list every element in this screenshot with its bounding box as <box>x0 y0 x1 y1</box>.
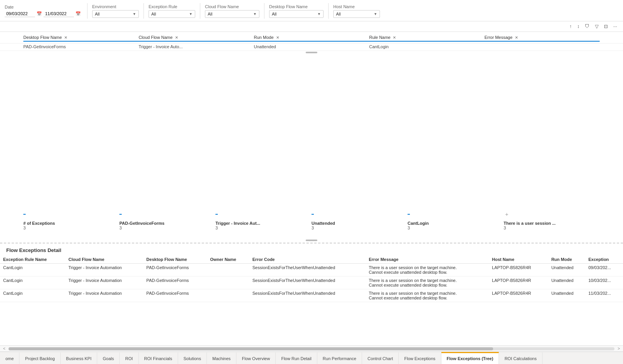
tab-roi-financials-label: ROI Financials <box>144 356 172 361</box>
td-run-mode-0: Unattended <box>548 264 585 276</box>
bar-col-1: PAD-GetInvoiceForms 3 <box>119 210 215 230</box>
desktop-flow-select[interactable]: All ▼ <box>269 10 324 18</box>
table-row: CantLogin Trigger - Invoice Automation P… <box>0 276 623 289</box>
col-header-rule-name-label: Rule Name <box>369 35 390 40</box>
col-subvalues: PAD-GetInvoiceForms Trigger - Invoice Au… <box>0 44 623 51</box>
scroll-right-arrow[interactable]: > <box>618 346 620 351</box>
col-header-error-message-close[interactable]: ✕ <box>515 35 518 40</box>
filter-divider-3 <box>200 3 200 19</box>
date-filter-col: Date 📅 📅 <box>5 5 82 17</box>
top-scroll-handle <box>0 51 623 54</box>
cloud-flow-select[interactable]: All ▼ <box>205 10 259 18</box>
td-owner-1 <box>207 276 249 289</box>
calendar-end-icon[interactable]: 📅 <box>75 11 81 16</box>
scrollbar-track[interactable] <box>9 347 614 350</box>
bar-count-cloud-flow: 3 <box>215 226 218 230</box>
td-error-code-0: SessionExistsForTheUserWhenUnattended <box>249 264 366 276</box>
top-scroll-bar[interactable] <box>306 52 317 53</box>
tab-flow-run-detail-label: Flow Run Detail <box>281 356 312 361</box>
tab-project-backlog[interactable]: Project Backlog <box>19 352 60 364</box>
table-row: CantLogin Trigger - Invoice Automation P… <box>0 264 623 276</box>
td-error-message-0: There is a user session on the target ma… <box>366 264 489 276</box>
date-input-row: 📅 📅 <box>5 10 82 17</box>
sort-desc-icon[interactable]: ↕ <box>576 23 581 30</box>
bar-chart-area: # of Exceptions 3 PAD-GetInvoiceForms 3 <box>0 54 623 238</box>
filter-icon[interactable]: ▽ <box>594 23 600 30</box>
detail-header-row: Exception Rule Name Cloud Flow Name Desk… <box>0 256 623 264</box>
filter-divider-2 <box>144 3 144 19</box>
td-exception-0: 09/03/202... <box>585 264 623 276</box>
tab-roi-calculations[interactable]: ROI Calculations <box>499 352 542 364</box>
desktop-flow-filter-col: Desktop Flow Name All ▼ <box>269 4 324 18</box>
detail-section: Flow Exceptions Detail Exception Rule Na… <box>0 243 623 352</box>
tab-flow-run-detail[interactable]: Flow Run Detail <box>276 352 317 364</box>
tab-flow-exceptions[interactable]: Flow Exceptions <box>399 352 441 364</box>
tab-roi[interactable]: ROI <box>120 352 139 364</box>
col-header-cloud-flow-close[interactable]: ✕ <box>175 35 178 40</box>
td-exception-2: 11/03/202... <box>585 289 623 302</box>
tab-flow-exceptions-tree[interactable]: Flow Exceptions (Tree) <box>441 352 499 364</box>
th-exception-rule: Exception Rule Name <box>0 256 65 264</box>
col-header-run-mode-close[interactable]: ✕ <box>276 35 279 40</box>
tab-flow-overview-label: Flow Overview <box>242 356 270 361</box>
host-name-select[interactable]: All ▼ <box>333 10 380 18</box>
td-desktop-flow-1: PAD-GetInvoiceForms <box>143 276 207 289</box>
col-subvalue-rule-name-text: CantLogin <box>369 44 388 49</box>
filter-divider-1 <box>87 3 88 19</box>
td-cloud-flow-1: Trigger - Invoice Automation <box>65 276 143 289</box>
tab-home[interactable]: ome <box>0 352 19 364</box>
col-subvalue-rule-name: CantLogin <box>369 44 484 50</box>
col-header-error-message-label: Error Message <box>485 35 513 40</box>
detail-table-wrapper[interactable]: Exception Rule Name Cloud Flow Name Desk… <box>0 256 623 345</box>
more-icon[interactable]: ··· <box>612 23 618 30</box>
tab-business-kpi[interactable]: Business KPI <box>61 352 97 364</box>
td-exception-rule-2: CantLogin <box>0 289 65 302</box>
scrollbar-thumb[interactable] <box>9 347 494 350</box>
exception-rule-select[interactable]: All ▼ <box>149 10 195 18</box>
tab-goals-label: Goals <box>103 356 114 361</box>
col-header-desktop-flow-close[interactable]: ✕ <box>64 35 67 40</box>
date-end-input[interactable] <box>44 10 74 17</box>
td-error-code-1: SessionExistsForTheUserWhenUnattended <box>249 276 366 289</box>
td-desktop-flow-2: PAD-GetInvoiceForms <box>143 289 207 302</box>
col-subvalue-cloud-flow-text: Trigger - Invoice Auto... <box>138 44 182 49</box>
tab-flow-overview[interactable]: Flow Overview <box>236 352 276 364</box>
calendar-start-icon[interactable]: 📅 <box>37 11 42 16</box>
toolbar: ↑ ↕ ⛉ ▽ ⊡ ··· <box>0 21 623 32</box>
hierarchy-icon[interactable]: ⛉ <box>584 23 591 30</box>
h-divider-line[interactable] <box>306 240 317 241</box>
td-owner-0 <box>207 264 249 276</box>
detail-table-head: Exception Rule Name Cloud Flow Name Desk… <box>0 256 623 264</box>
bar-plus-icon[interactable]: + <box>505 211 508 217</box>
td-host-0: LAPTOP-B5826R4R <box>489 264 548 276</box>
filter-divider-4 <box>264 3 264 19</box>
scroll-left-arrow[interactable]: < <box>3 346 5 351</box>
th-desktop-flow: Desktop Flow Name <box>143 256 207 264</box>
bar-label-cloud-flow: Trigger - Invoice Aut... <box>215 221 260 226</box>
export-icon[interactable]: ⊡ <box>603 23 609 30</box>
environment-select[interactable]: All ▼ <box>92 10 139 18</box>
td-host-1: LAPTOP-B5826R4R <box>489 276 548 289</box>
td-exception-1: 10/03/202... <box>585 276 623 289</box>
bar-col-0: # of Exceptions 3 <box>23 210 119 230</box>
date-start-input[interactable] <box>5 10 35 17</box>
host-name-filter-col: Host Name All ▼ <box>333 4 380 18</box>
td-run-mode-2: Unattended <box>548 289 585 302</box>
tab-control-chart[interactable]: Control Chart <box>362 352 399 364</box>
tab-machines[interactable]: Machines <box>207 352 236 364</box>
filter-divider-5 <box>328 3 329 19</box>
col-header-rule-name-close[interactable]: ✕ <box>393 35 396 40</box>
chevron-down-icon: ▼ <box>133 12 136 16</box>
h-divider-viz <box>0 238 623 243</box>
tab-solutions[interactable]: Solutions <box>178 352 207 364</box>
main-container: Date 📅 📅 Environment All ▼ E <box>0 0 623 364</box>
tab-goals[interactable]: Goals <box>97 352 120 364</box>
table-row: CantLogin Trigger - Invoice Automation P… <box>0 289 623 302</box>
desktop-flow-value: All <box>272 12 276 16</box>
sort-asc-icon[interactable]: ↑ <box>568 23 573 30</box>
tab-control-chart-label: Control Chart <box>368 356 393 361</box>
tab-run-performance[interactable]: Run Performance <box>317 352 362 364</box>
tab-flow-exceptions-tree-label: Flow Exceptions (Tree) <box>447 356 494 361</box>
col-subvalue-run-mode-text: Unattended <box>254 44 276 49</box>
tab-roi-financials[interactable]: ROI Financials <box>139 352 178 364</box>
